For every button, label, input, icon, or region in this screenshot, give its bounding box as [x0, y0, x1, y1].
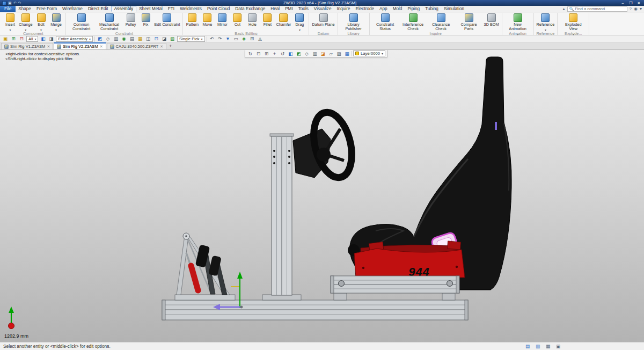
new-tab-button[interactable]: +: [167, 43, 174, 49]
perspective-icon[interactable]: ▱: [327, 50, 334, 57]
undo-icon[interactable]: ↶: [13, 1, 17, 5]
doc-tab-caju-8040[interactable]: CAJU.8040.500.Z3PRT ✕: [107, 43, 167, 49]
menu-tab-file[interactable]: File: [0, 6, 16, 12]
seat-bracket-red[interactable]: 944: [354, 241, 465, 279]
pick-chain-icon[interactable]: ◈: [241, 36, 247, 42]
menu-tab-shape[interactable]: Shape: [16, 6, 34, 12]
fit-view-icon[interactable]: ⊡: [255, 50, 262, 57]
menu-tab-tubing[interactable]: Tubing: [422, 6, 441, 12]
menu-tab-fti[interactable]: FTI: [165, 6, 177, 12]
steering-wheel-assembly[interactable]: [293, 108, 358, 181]
restore-button[interactable]: ❐: [627, 1, 635, 6]
snap-icon[interactable]: ▧: [169, 36, 175, 42]
section-view-icon[interactable]: ◪: [319, 50, 326, 57]
shaded-mode-icon[interactable]: ◧: [287, 50, 294, 57]
blank-entity-icon[interactable]: ▤: [129, 36, 135, 42]
layer-dropdown[interactable]: Layer0000 ▾: [353, 50, 385, 56]
select-all-icon[interactable]: ◧: [40, 36, 46, 42]
doc-tab-sim-rig-v2[interactable]: Sim Rig V2.Z3ASM ✕: [54, 42, 106, 49]
menu-tab-visualize[interactable]: Visualize: [311, 6, 334, 12]
compare-parts-button[interactable]: Compare Parts: [455, 13, 483, 31]
visibility-toggle-icon[interactable]: ◉: [121, 36, 127, 42]
change-button[interactable]: Change: [18, 13, 34, 31]
model-canvas[interactable]: 944: [0, 50, 644, 342]
constraint-status-button[interactable]: Constraint Status: [371, 13, 399, 31]
menu-tab-pmi[interactable]: PMI: [282, 6, 296, 12]
interference-check-button[interactable]: Interference Check: [399, 13, 427, 31]
chamfer-button[interactable]: Chamfer: [275, 13, 292, 31]
help-icon[interactable]: ?: [630, 6, 632, 12]
menu-tab-point-cloud[interactable]: Point Cloud: [204, 6, 232, 12]
save-icon[interactable]: ▣: [8, 1, 12, 5]
menu-tab-wireframe[interactable]: Wireframe: [60, 6, 85, 12]
pedal-assembly[interactable]: [175, 233, 235, 300]
fix-button[interactable]: Fix: [138, 13, 153, 31]
base-extrusion-rail[interactable]: [162, 300, 468, 320]
common-constraint-button[interactable]: Common Constraint: [68, 13, 96, 31]
highlight-icon[interactable]: ▦: [137, 36, 143, 42]
measure-icon[interactable]: ◪: [161, 36, 167, 42]
cut-button[interactable]: Cut: [230, 13, 245, 31]
menu-tab-simulation[interactable]: Simulation: [441, 6, 467, 12]
menu-tab-mold[interactable]: Mold: [390, 6, 405, 12]
pick-next-icon[interactable]: ↷: [217, 36, 223, 42]
merge-button[interactable]: Merge: [49, 13, 64, 31]
menu-tab-app[interactable]: App: [377, 6, 390, 12]
zw3d-logo-icon[interactable]: [2, 1, 6, 5]
isolate-icon[interactable]: ◫: [145, 36, 151, 42]
menu-tab-assembly[interactable]: Assembly: [111, 6, 137, 12]
insert-button[interactable]: Insert: [3, 13, 18, 31]
hole-button[interactable]: Hole: [245, 13, 260, 31]
wireframe-mode-icon[interactable]: ◇: [303, 50, 310, 57]
menu-tab-piping[interactable]: Piping: [405, 6, 422, 12]
invert-selection-icon[interactable]: ◨: [48, 36, 54, 42]
pan-icon[interactable]: +: [271, 50, 278, 57]
wireframe-display-icon[interactable]: ◇: [105, 36, 111, 42]
shaded-display-icon[interactable]: ◩: [97, 36, 103, 42]
menu-tab-sheet-metal[interactable]: Sheet Metal: [136, 6, 165, 12]
fillet-button[interactable]: Fillet: [260, 13, 275, 31]
scope-dropdown[interactable]: Entire Assembly▾: [56, 36, 92, 42]
edit-button[interactable]: Edit: [34, 13, 49, 31]
pick-from-list-icon[interactable]: ▭: [233, 36, 239, 42]
zoom-window-icon[interactable]: ⊞: [263, 50, 270, 57]
library-publisher-button[interactable]: Library Publisher: [340, 13, 368, 31]
pick-mode-dropdown[interactable]: Single Pick▾: [177, 36, 205, 42]
edit-constraint-button[interactable]: Edit Constraint: [153, 13, 181, 31]
close-icon[interactable]: ✕: [47, 45, 50, 49]
pick-box-icon[interactable]: ⊞: [249, 36, 255, 42]
rotate-view-icon[interactable]: ↺: [279, 50, 286, 57]
pick-polygon-icon[interactable]: ◬: [257, 36, 264, 42]
mechanical-constraint-button[interactable]: Mechanical Constraint: [96, 13, 123, 31]
bom-3d-button[interactable]: 3D BOM: [483, 13, 500, 31]
menu-tab-direct-edit[interactable]: Direct Edit: [85, 6, 111, 12]
add-selection-icon[interactable]: ⊞: [10, 36, 17, 42]
menu-tab-data-exchange[interactable]: Data Exchange: [232, 6, 268, 12]
edge-display-icon[interactable]: ▥: [113, 36, 119, 42]
selection-set-icon[interactable]: ▤: [524, 344, 531, 349]
filter-settings-icon[interactable]: ▼: [225, 36, 231, 42]
command-search[interactable]: 🔍: [567, 6, 627, 12]
close-icon[interactable]: ✕: [100, 45, 103, 49]
pulley-button[interactable]: Pulley: [123, 13, 138, 31]
options-icon[interactable]: ▾: [640, 6, 642, 12]
collapse-ribbon-icon[interactable]: ▴: [563, 6, 565, 12]
display-manager-icon[interactable]: ▥: [535, 344, 541, 349]
menu-tab-free-form[interactable]: Free Form: [34, 6, 60, 12]
shaded-edges-mode-icon[interactable]: ◩: [295, 50, 302, 57]
pick-last-icon[interactable]: ↶: [209, 36, 215, 42]
mirror-button[interactable]: Mirror: [215, 13, 230, 31]
minimize-button[interactable]: –: [619, 1, 627, 6]
clearance-check-button[interactable]: Clearance Check: [427, 13, 455, 31]
grid-toggle-icon[interactable]: ▦: [545, 344, 551, 349]
close-button[interactable]: ✕: [635, 1, 643, 6]
menu-tab-tools[interactable]: Tools: [296, 6, 311, 12]
zoom-selected-icon[interactable]: ⊡: [153, 36, 159, 42]
exploded-view-button[interactable]: Exploded View: [559, 13, 587, 31]
pattern-button[interactable]: Pattern: [185, 13, 200, 31]
fullscreen-icon[interactable]: ▣: [555, 344, 561, 349]
drag-button[interactable]: Drag: [292, 13, 307, 31]
search-input[interactable]: [575, 6, 624, 11]
refresh-view-icon[interactable]: ↻: [247, 50, 254, 57]
reference-button[interactable]: Reference: [536, 13, 556, 31]
